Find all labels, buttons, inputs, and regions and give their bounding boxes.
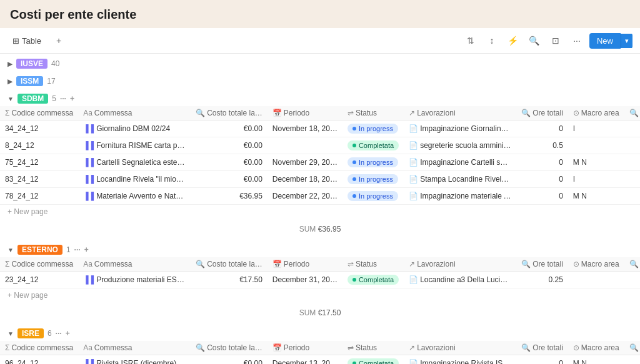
table-row: 83_24_12 ▐▐Locandine Rivela "il mio Para… [0, 171, 640, 188]
cell-status: In progress [342, 121, 404, 137]
sum-row-esterno: SUM €17.50 [0, 305, 640, 323]
cell-costo: €36.95 [191, 188, 268, 205]
cell-commessa[interactable]: ▐▐Rivista ISRE (dicembre) [78, 355, 191, 365]
table-row: 96_24_12 ▐▐Rivista ISRE (dicembre) €0.00… [0, 355, 640, 365]
cell-lavorazioni: 📄Stampa Locandine Rivela "Il m… [404, 171, 516, 188]
filter-button[interactable]: ⇅ [462, 32, 479, 49]
toolbar: ⊞ Table + ⇅ ↕ ⚡ 🔍 ⊡ ··· New ▾ [0, 28, 640, 54]
cell-extra [624, 137, 640, 154]
lightning-button[interactable]: ⚡ [504, 32, 522, 49]
group-tag-esterno: ESTERNO [18, 245, 62, 255]
sum-row-sdbm: SUM €36.95 [0, 221, 640, 240]
group-header-esterno: ▼ ESTERNO 1 ···+ [0, 240, 640, 257]
col-header-costo: 🔍Costo totale la… [191, 257, 268, 272]
cell-macro: M N [568, 154, 624, 171]
group-toggle-iusve[interactable]: ▶ [8, 61, 12, 67]
group-issm: ▶ ISSM 17 [0, 71, 640, 89]
table-row: 75_24_12 ▐▐Cartelli Segnaletica esterna … [0, 154, 640, 171]
cell-status: In progress [342, 154, 404, 171]
new-page-button-esterno[interactable]: + New page [0, 288, 640, 305]
cell-status: Completata [342, 272, 404, 288]
cell-lavorazioni: 📄Locandine a3 Della Lucia flye [404, 272, 516, 288]
cell-status: Completata [342, 137, 404, 154]
cell-ore: 0 [516, 154, 568, 171]
cell-macro [568, 272, 624, 288]
new-dropdown-button[interactable]: ▾ [621, 34, 632, 48]
cell-commessa[interactable]: ▐▐Materiale Avvento e Natale 2024 [78, 188, 191, 205]
table-view-button[interactable]: ⊞ Table [8, 34, 46, 47]
col-header-status: ⇌Status [342, 257, 404, 272]
cell-periodo: December 31, 20… [268, 272, 342, 288]
add-view-button[interactable]: + [50, 32, 68, 49]
col-header-ore: 🔍Ore totali [516, 341, 568, 355]
cell-commessa[interactable]: ▐▐Produzione materiali ESTERNO [78, 272, 191, 288]
group-sdbm: ▼ SDBM 5 ···+ ΣCodice commessa AaCommess… [0, 89, 640, 240]
cell-macro: I [568, 171, 624, 188]
group-count-sdbm: 5 [52, 94, 56, 103]
col-header-macro: ⊙Macro area [568, 106, 624, 121]
group-toggle-esterno[interactable]: ▼ [8, 247, 14, 253]
col-header-extra: 🔍P [624, 341, 640, 355]
group-count-iusve: 40 [51, 59, 59, 68]
cell-commessa[interactable]: ▐▐Fornitura RISME carta per uffici [78, 137, 191, 154]
group-add-esterno[interactable]: + [84, 245, 89, 254]
cell-ore: 0 [516, 121, 568, 137]
cell-periodo [268, 137, 342, 154]
cell-extra [624, 188, 640, 205]
group-header-sdbm: ▼ SDBM 5 ···+ [0, 89, 640, 106]
table-esterno: ΣCodice commessa AaCommessa 🔍Costo total… [0, 257, 640, 288]
new-page-button-sdbm[interactable]: + New page [0, 205, 640, 221]
col-header-ore: 🔍Ore totali [516, 106, 568, 121]
group-actions-esterno[interactable]: ··· [74, 245, 81, 254]
group-actions-isre[interactable]: ··· [56, 329, 62, 338]
group-toggle-sdbm[interactable]: ▼ [8, 96, 14, 102]
cell-status: In progress [342, 188, 404, 205]
cell-commessa[interactable]: ▐▐Cartelli Segnaletica esterna SDBM [78, 154, 191, 171]
new-main-button[interactable]: New [589, 33, 621, 49]
page-header: Costi per ente cliente [0, 0, 640, 28]
cell-periodo: November 18, 20… [268, 121, 342, 137]
col-header-commessa: AaCommessa [78, 257, 191, 272]
cell-lavorazioni: 📄Impaginazione Cartelli segnal… [404, 154, 516, 171]
layout-button[interactable]: ⊡ [547, 32, 564, 49]
cell-codice: 23_24_12 [0, 272, 78, 288]
group-toggle-issm[interactable]: ▶ [8, 78, 12, 85]
group-toggle-isre[interactable]: ▼ [8, 330, 14, 337]
cell-codice: 75_24_12 [0, 154, 78, 171]
cell-extra [624, 355, 640, 365]
group-iusve: ▶ IUSVE 40 [0, 54, 640, 71]
cell-macro: M N [568, 188, 624, 205]
cell-periodo: November 29, 20… [268, 154, 342, 171]
cell-commessa[interactable]: ▐▐Giornalino DBM 02/24 [78, 121, 191, 137]
search-button[interactable]: 🔍 [526, 32, 543, 49]
cell-commessa[interactable]: ▐▐Locandine Rivela "il mio Paradiso" [78, 171, 191, 188]
group-actions-sdbm[interactable]: ··· [60, 94, 66, 103]
cell-lavorazioni: 📄Impaginazione Giornalino DB… [404, 121, 516, 137]
cell-lavorazioni: 📄Impaginazione Rivista ISRE - n… [404, 355, 516, 365]
cell-costo: €17.50 [191, 272, 268, 288]
group-count-issm: 17 [47, 77, 55, 86]
cell-costo: €0.00 [191, 154, 268, 171]
col-header-ore: 🔍Ore totali [516, 257, 568, 272]
col-header-lavorazioni: ↗Lavorazioni [404, 106, 516, 121]
table-row: 78_24_12 ▐▐Materiale Avvento e Natale 20… [0, 188, 640, 205]
col-header-codice: ΣCodice commessa [0, 257, 78, 272]
table-row: 34_24_12 ▐▐Giornalino DBM 02/24 €0.00 No… [0, 121, 640, 137]
group-count-isre: 6 [48, 329, 52, 338]
cell-extra [624, 171, 640, 188]
col-header-status: ⇌Status [342, 106, 404, 121]
group-add-isre[interactable]: + [66, 329, 70, 338]
col-header-lavorazioni: ↗Lavorazioni [404, 257, 516, 272]
cell-extra [624, 272, 640, 288]
more-button[interactable]: ··· [568, 32, 586, 49]
cell-periodo: December 18, 20… [268, 171, 342, 188]
cell-ore: 0 [516, 355, 568, 365]
cell-codice: 78_24_12 [0, 188, 78, 205]
col-header-codice: ΣCodice commessa [0, 341, 78, 355]
col-header-macro: ⊙Macro area [568, 341, 624, 355]
table-row: 8_24_12 ▐▐Fornitura RISME carta per uffi… [0, 137, 640, 154]
group-add-sdbm[interactable]: + [70, 94, 74, 103]
cell-costo: €0.00 [191, 355, 268, 365]
cell-periodo: December 13, 20… [268, 355, 342, 365]
sort-button[interactable]: ↕ [483, 32, 501, 49]
